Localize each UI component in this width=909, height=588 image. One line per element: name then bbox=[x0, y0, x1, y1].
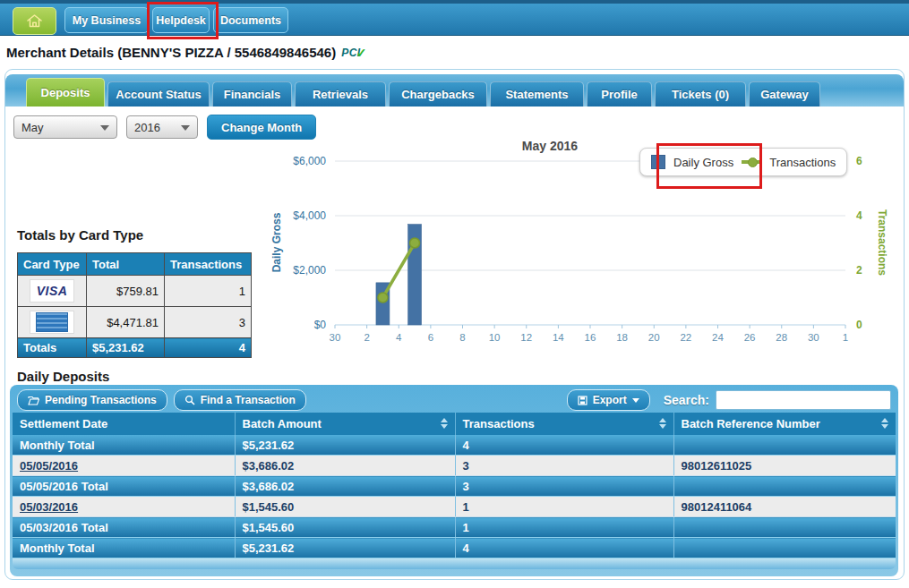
svg-text:0: 0 bbox=[856, 319, 862, 331]
col-batch-amount[interactable]: Batch Amount bbox=[235, 413, 455, 435]
page-title: Merchant Details (BENNY'S PIZZA / 554684… bbox=[6, 45, 366, 60]
nav-documents[interactable]: Documents bbox=[213, 7, 288, 33]
chart-legend: Daily Gross Transactions bbox=[639, 148, 847, 176]
sort-icon[interactable] bbox=[881, 418, 888, 429]
table-row-deposit: 05/05/2016 $3,686.02 3 98012611025 bbox=[13, 456, 896, 476]
svg-text:14: 14 bbox=[553, 332, 564, 343]
svg-text:28: 28 bbox=[776, 332, 787, 343]
svg-text:12: 12 bbox=[520, 332, 532, 343]
daily-deposits-table: Settlement Date Batch Amount Transaction… bbox=[13, 413, 896, 558]
svg-text:20: 20 bbox=[648, 332, 660, 343]
year-select-value: 2016 bbox=[134, 121, 160, 134]
sort-icon[interactable] bbox=[441, 418, 448, 429]
folder-icon bbox=[28, 396, 39, 405]
col-settlement-date[interactable]: Settlement Date bbox=[13, 413, 235, 435]
search-icon bbox=[184, 395, 195, 405]
card-totals-table: Card Type Total Transactions VISA $759.8… bbox=[17, 252, 252, 358]
svg-text:1: 1 bbox=[843, 332, 848, 343]
svg-text:24: 24 bbox=[712, 332, 724, 343]
deposits-toolbar: Pending Transactions Find a Transaction bbox=[13, 388, 896, 413]
merchant-details-page: My Business Helpdesk Documents Merchant … bbox=[0, 0, 909, 588]
totals-transactions: 4 bbox=[165, 338, 252, 358]
card-totals-heading: Totals by Card Type bbox=[17, 227, 143, 243]
col-batch-reference[interactable]: Batch Reference Number bbox=[673, 413, 896, 435]
home-icon bbox=[26, 13, 43, 29]
svg-text:30: 30 bbox=[808, 332, 819, 343]
col-total: Total bbox=[87, 253, 165, 276]
tab-profile[interactable]: Profile bbox=[587, 81, 652, 107]
svg-text:$2,000: $2,000 bbox=[293, 264, 326, 277]
settlement-date-link[interactable]: 05/05/2016 bbox=[20, 459, 78, 473]
merchant-tabbar: Deposits Account Status Financials Retri… bbox=[5, 74, 904, 107]
merchant-title-text: Merchant Details (BENNY'S PIZZA / 554684… bbox=[6, 45, 336, 60]
card-row-visa: VISA $759.81 1 bbox=[18, 276, 252, 307]
pci-compliance-badge: PCI ✓ bbox=[341, 46, 366, 60]
tab-financials[interactable]: Financials bbox=[212, 81, 292, 107]
svg-text:$6,000: $6,000 bbox=[293, 155, 326, 167]
month-select[interactable]: May bbox=[13, 115, 117, 139]
svg-text:26: 26 bbox=[744, 332, 756, 343]
table-row-day-total: 05/05/2016 Total $3,686.02 3 bbox=[13, 476, 896, 497]
year-select[interactable]: 2016 bbox=[126, 115, 198, 139]
save-disk-icon bbox=[578, 396, 587, 405]
svg-text:4: 4 bbox=[396, 332, 402, 343]
svg-text:30: 30 bbox=[330, 332, 341, 343]
svg-text:$0: $0 bbox=[314, 319, 327, 331]
tab-deposits[interactable]: Deposits bbox=[26, 78, 105, 107]
col-card-type: Card Type bbox=[18, 253, 87, 276]
svg-text:Daily Gross: Daily Gross bbox=[270, 212, 283, 272]
visa-total: $759.81 bbox=[87, 276, 165, 307]
month-select-value: May bbox=[21, 121, 44, 134]
tab-retrievals[interactable]: Retrievals bbox=[295, 81, 386, 107]
visa-logo: VISA bbox=[30, 279, 74, 303]
svg-text:4: 4 bbox=[856, 209, 862, 222]
top-navbar: My Business Helpdesk Documents bbox=[0, 0, 909, 36]
daily-deposits-heading: Daily Deposits bbox=[17, 369, 109, 384]
nav-my-business[interactable]: My Business bbox=[64, 7, 149, 33]
tab-gateway[interactable]: Gateway bbox=[749, 81, 820, 107]
svg-text:$4,000: $4,000 bbox=[293, 209, 326, 222]
search-label: Search: bbox=[664, 393, 709, 407]
deposits-footer-bar bbox=[13, 558, 896, 569]
nav-helpdesk[interactable]: Helpdesk bbox=[152, 7, 210, 33]
svg-text:22: 22 bbox=[680, 332, 691, 343]
table-row-monthly-total: Monthly Total $5,231.62 4 bbox=[13, 538, 896, 558]
chevron-down-icon bbox=[632, 398, 639, 403]
svg-text:Transactions: Transactions bbox=[876, 209, 888, 276]
tab-account-status[interactable]: Account Status bbox=[107, 81, 210, 107]
daily-deposits-widget: Pending Transactions Find a Transaction bbox=[10, 385, 898, 576]
settlement-date-link[interactable]: 05/03/2016 bbox=[20, 500, 78, 514]
sort-icon[interactable] bbox=[659, 418, 666, 429]
svg-text:18: 18 bbox=[616, 332, 628, 343]
totals-amount: $5,231.62 bbox=[87, 338, 165, 358]
home-button[interactable] bbox=[13, 7, 56, 35]
find-transaction-button[interactable]: Find a Transaction bbox=[174, 389, 306, 411]
card-row-amex: $4,471.81 3 bbox=[18, 307, 252, 338]
card-totals-header-row: Card Type Total Transactions bbox=[18, 253, 252, 276]
totals-label: Totals bbox=[18, 338, 87, 358]
pending-transactions-button[interactable]: Pending Transactions bbox=[17, 389, 167, 411]
visa-transactions: 1 bbox=[165, 276, 252, 307]
svg-text:May 2016: May 2016 bbox=[522, 139, 578, 153]
svg-text:2: 2 bbox=[856, 264, 862, 277]
chevron-down-icon bbox=[100, 125, 109, 131]
daily-gross-chart: $0$2,000$4,000$6,00002463024681012141618… bbox=[268, 135, 895, 363]
tab-tickets[interactable]: Tickets (0) bbox=[655, 81, 746, 107]
export-button[interactable]: Export bbox=[567, 389, 650, 411]
transactions-legend-marker bbox=[742, 160, 761, 164]
amex-logo bbox=[30, 311, 74, 334]
svg-text:6: 6 bbox=[428, 332, 433, 343]
top-nav-tabs: My Business Helpdesk Documents bbox=[64, 7, 288, 33]
col-transactions[interactable]: Transactions bbox=[455, 413, 673, 435]
tab-statements[interactable]: Statements bbox=[490, 81, 584, 107]
svg-text:16: 16 bbox=[585, 332, 596, 343]
svg-text:10: 10 bbox=[489, 332, 501, 343]
legend-daily-gross-label: Daily Gross bbox=[673, 156, 733, 169]
card-totals-row: Totals $5,231.62 4 bbox=[18, 338, 252, 358]
amex-transactions: 3 bbox=[165, 307, 252, 338]
svg-text:2: 2 bbox=[364, 332, 369, 343]
merchant-panel: Deposits Account Status Financials Retri… bbox=[4, 69, 905, 580]
tab-chargebacks[interactable]: Chargebacks bbox=[389, 81, 487, 107]
chevron-down-icon bbox=[181, 125, 190, 131]
search-input[interactable] bbox=[716, 390, 891, 410]
